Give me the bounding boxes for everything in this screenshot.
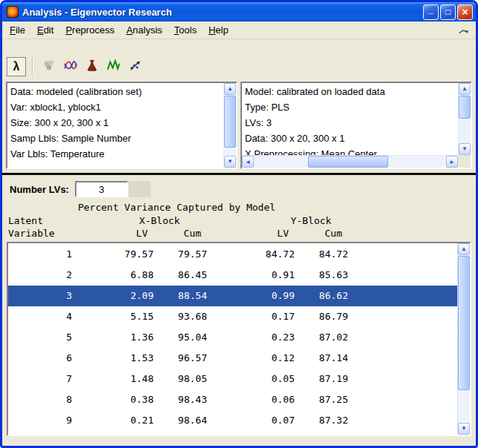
- scroll-up-button[interactable]: ▲: [458, 243, 470, 255]
- table-row[interactable]: 7 1.48 98.05 0.05 87.19: [8, 369, 457, 389]
- right-pane-vscrollbar[interactable]: ▲ ▼: [458, 83, 471, 155]
- toolbar-separator: [32, 58, 33, 76]
- variance-table-body[interactable]: 1 79.57 79.57 84.72 84.72 2 6.88 86.45 0…: [8, 244, 457, 435]
- x-lv-cell: 6.88: [72, 265, 154, 286]
- table-row[interactable]: 4 5.15 93.68 0.17 86.79: [8, 306, 457, 327]
- variable-cell: 9: [8, 410, 72, 431]
- x-cum-cell: 79.57: [154, 244, 207, 265]
- loadings-plot-button[interactable]: [104, 57, 123, 76]
- variable-column-header: Variable: [8, 228, 71, 240]
- table-row[interactable]: 3 2.09 88.54 0.99 86.62: [8, 286, 457, 306]
- dock-figure-icon[interactable]: [458, 26, 470, 35]
- menu-item-analysis[interactable]: Analysis: [120, 22, 168, 39]
- window-title: Analysis - Eigenvector Research: [22, 7, 172, 18]
- menu-item-help[interactable]: Help: [203, 22, 235, 39]
- variable-cell: 1: [8, 244, 72, 265]
- left-pane-scrollbar[interactable]: ▲ ▼: [223, 83, 236, 168]
- x-cum-cell: 95.04: [154, 327, 207, 348]
- y-cum-cell: 86.79: [295, 306, 348, 327]
- cluster-disabled-button[interactable]: [39, 57, 59, 76]
- window-caption-buttons: _ □ ×: [423, 4, 473, 20]
- right-pane-hscrollbar[interactable]: ◄ ►: [242, 155, 458, 168]
- menu-item-edit[interactable]: Edit: [31, 22, 59, 39]
- variance-table[interactable]: 1 79.57 79.57 84.72 84.72 2 6.88 86.45 0…: [7, 242, 471, 436]
- y-lv-cell: 0.07: [207, 410, 295, 431]
- table-row[interactable]: 9 0.21 98.64 0.07 87.32: [8, 410, 457, 431]
- variable-cell: 7: [8, 369, 72, 389]
- data-info-pane[interactable]: Data: modeled (calibration set)Var: xblo…: [6, 82, 238, 169]
- table-row[interactable]: 6 1.53 96.57 0.12 87.14: [8, 348, 457, 369]
- eigenvector-lambda-button[interactable]: λ: [7, 57, 26, 76]
- x-cum-cell: 98.05: [154, 369, 207, 389]
- y-lv-cell: 0.91: [207, 265, 295, 286]
- table-row[interactable]: 8 0.38 98.43 0.06 87.25: [8, 389, 457, 410]
- menu-item-tools[interactable]: Tools: [168, 22, 203, 39]
- title-bar[interactable]: Analysis - Eigenvector Research _ □ ×: [2, 2, 476, 22]
- analysis-flask-button[interactable]: [82, 57, 102, 76]
- x-lv-cell: 1.48: [72, 369, 154, 389]
- x-lv-cell: 0.38: [72, 389, 154, 410]
- table-row[interactable]: 2 6.88 86.45 0.91 85.63: [8, 265, 457, 286]
- column-group-headers: Latent X-Block Y-Block: [7, 215, 471, 228]
- scroll-track[interactable]: [459, 95, 471, 143]
- left-pane-text: Data: modeled (calibration set)Var: xblo…: [7, 83, 236, 162]
- scroll-track[interactable]: [254, 156, 446, 168]
- y-lv-cell: 0.12: [207, 348, 295, 369]
- scroll-thumb[interactable]: [459, 96, 471, 119]
- scroll-down-button[interactable]: ▼: [458, 423, 470, 435]
- scroll-thumb[interactable]: [458, 256, 470, 390]
- menu-item-preprocess[interactable]: Preprocess: [59, 22, 120, 39]
- scores-plot-button[interactable]: [61, 57, 80, 76]
- scroll-track[interactable]: [458, 255, 470, 423]
- number-lvs-panel-edge: [128, 181, 151, 197]
- flask-icon: [85, 59, 99, 75]
- scroll-up-button[interactable]: ▲: [224, 83, 236, 95]
- y-lv-cell: 0.17: [207, 306, 295, 327]
- maximize-button[interactable]: □: [440, 4, 456, 20]
- scroll-down-button[interactable]: ▼: [224, 156, 236, 168]
- scroll-thumb[interactable]: [308, 156, 389, 168]
- biplot-arrow-icon: [128, 59, 142, 75]
- info-line: Samp Lbls: Sample Number: [10, 131, 222, 146]
- minimize-button[interactable]: _: [423, 4, 439, 20]
- y-cum-cell: 86.62: [295, 286, 348, 306]
- info-line: Data: modeled (calibration set): [10, 84, 222, 99]
- y-cum-cell: 87.02: [295, 327, 348, 348]
- x-lv-cell: 79.57: [72, 244, 154, 265]
- yblock-header: Y-Block: [275, 215, 347, 226]
- info-line: LVs: 3: [245, 115, 456, 131]
- x-cum-cell: 98.43: [154, 389, 207, 410]
- table-scrollbar[interactable]: ▲ ▼: [457, 243, 470, 435]
- scrollbar-corner: [458, 155, 471, 168]
- scroll-right-button[interactable]: ►: [446, 156, 458, 168]
- scroll-down-button[interactable]: ▼: [459, 143, 471, 155]
- variable-cell: 3: [8, 286, 72, 306]
- x-cum-cell: 93.68: [154, 306, 207, 327]
- table-row[interactable]: 10 0.30 98.94 0.04 87.36: [8, 431, 457, 435]
- scroll-left-button[interactable]: ◄: [242, 156, 254, 168]
- number-lvs-input[interactable]: [75, 181, 128, 197]
- table-row[interactable]: 1 79.57 79.57 84.72 84.72: [8, 244, 457, 265]
- biplot-button[interactable]: [125, 57, 145, 76]
- x-cum-cell: 98.94: [154, 431, 207, 435]
- table-row[interactable]: 5 1.36 95.04 0.23 87.02: [8, 327, 457, 348]
- model-info-pane[interactable]: Model: calibrated on loaded dataType: PL…: [240, 82, 472, 169]
- xblock-header: X-Block: [124, 215, 195, 226]
- app-icon: [7, 6, 19, 18]
- scroll-up-button[interactable]: ▲: [459, 83, 471, 95]
- y-cum-cell: 85.63: [295, 265, 348, 286]
- y-lv-cell: 0.99: [207, 286, 295, 306]
- close-button[interactable]: ×: [457, 4, 473, 20]
- variable-cell: 4: [8, 306, 72, 327]
- menu-bar: FileEditPreprocessAnalysisToolsHelp: [2, 22, 476, 39]
- info-panes: Data: modeled (calibration set)Var: xblo…: [2, 78, 476, 173]
- y-cum-cell: 87.32: [295, 410, 348, 431]
- scroll-track[interactable]: [224, 95, 236, 156]
- menu-item-file[interactable]: File: [4, 22, 31, 39]
- x-lv-cell: 0.21: [72, 410, 154, 431]
- latent-header: Latent: [8, 215, 43, 226]
- info-line: Var: xblock1, yblock1: [10, 99, 222, 115]
- info-line: Size: 300 x 20, 300 x 1: [10, 115, 222, 131]
- scroll-thumb[interactable]: [224, 96, 236, 148]
- x-lv-cell: 1.53: [72, 348, 154, 369]
